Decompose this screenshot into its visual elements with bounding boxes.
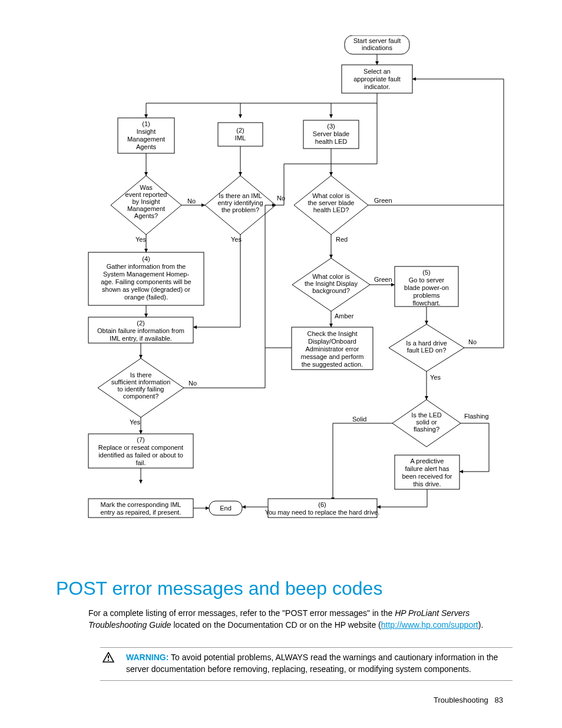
svg-text:What color is: What color is [312, 273, 350, 280]
svg-text:failure alert has: failure alert has [405, 465, 449, 472]
decision-solid-flashing: Is the LED solid or flashing? [392, 400, 461, 447]
support-link[interactable]: http://www.hp.com/support [381, 620, 478, 630]
warning-icon [100, 651, 126, 676]
page-footer: Troubleshooting 83 [434, 696, 503, 704]
svg-text:Is there: Is there [130, 371, 152, 378]
svg-text:health LED: health LED [315, 138, 347, 145]
flowchart: .box { fill:#fff; stroke:#000; stroke-wi… [59, 35, 513, 566]
svg-text:You may need to replace the ha: You may need to replace the hard drive. [265, 509, 380, 516]
svg-text:Management: Management [127, 136, 165, 143]
svg-text:background?: background? [312, 287, 350, 294]
svg-text:health LED?: health LED? [313, 206, 349, 213]
body-mid: located on the Documentation CD or on th… [171, 620, 381, 630]
svg-text:Solid: Solid [352, 416, 366, 423]
node-5: (5) Go to server blade power-on problems… [395, 266, 458, 307]
warning-label: WARNING: [126, 653, 168, 662]
decision-event-reported: Was event reported by Insight Management… [111, 176, 181, 235]
svg-text:blade power-on: blade power-on [404, 284, 449, 291]
svg-text:Administrator error: Administrator error [305, 345, 359, 353]
node-check-insight: Check the Insight Display/Onboard Admini… [292, 327, 373, 370]
svg-text:age. Failing components will b: age. Failing components will be [101, 278, 191, 285]
node-start: Start server fault indications [345, 35, 409, 54]
svg-text:indications: indications [362, 44, 392, 51]
svg-text:Display/Onboard: Display/Onboard [308, 338, 356, 345]
decision-insight-bg: What color is the Insight Display backgr… [292, 258, 370, 311]
svg-text:(4): (4) [142, 255, 150, 262]
svg-text:Go to server: Go to server [409, 276, 445, 284]
decision-sufficient-info: Is there sufficient information to ident… [98, 358, 184, 417]
section-heading: POST error messages and beep codes [56, 578, 382, 599]
svg-text:appropriate fault: appropriate fault [353, 75, 401, 83]
svg-text:indicator.: indicator. [364, 83, 390, 90]
node-predictive: A predictive failure alert has been rece… [395, 455, 459, 489]
svg-text:by Insight: by Insight [132, 198, 160, 205]
svg-text:No: No [468, 338, 477, 345]
footer-page-number: 83 [495, 696, 503, 704]
svg-text:been received for: been received for [402, 473, 452, 480]
svg-text:Replace or reseat component: Replace or reseat component [98, 444, 183, 451]
svg-text:fail.: fail. [135, 459, 146, 466]
svg-text:(5): (5) [422, 269, 430, 276]
svg-text:No: No [187, 197, 196, 205]
svg-text:Gather information from the: Gather information from the [107, 263, 186, 270]
svg-text:event reported: event reported [125, 191, 167, 198]
svg-text:No: No [189, 380, 197, 387]
svg-text:End: End [220, 505, 232, 512]
svg-text:(3): (3) [327, 123, 335, 130]
svg-text:the server blade: the server blade [308, 199, 355, 206]
svg-text:Insight: Insight [137, 128, 156, 135]
svg-text:Agents: Agents [136, 143, 157, 150]
svg-text:the problem?: the problem? [222, 206, 259, 213]
body-post: ). [478, 620, 484, 630]
svg-text:Is the LED: Is the LED [411, 411, 441, 419]
svg-text:component?: component? [123, 393, 159, 400]
svg-text:Obtain failure information fro: Obtain failure information from [97, 327, 184, 334]
svg-text:the Insight Display: the Insight Display [305, 280, 358, 287]
svg-text:Yes: Yes [430, 374, 441, 381]
svg-text:(7): (7) [137, 436, 144, 443]
svg-text:Green: Green [374, 276, 392, 283]
body-paragraph: For a complete listing of error messages… [88, 607, 501, 631]
svg-text:entry identifying: entry identifying [217, 199, 263, 206]
svg-text:to identify failing: to identify failing [118, 386, 164, 393]
svg-text:Amber: Amber [335, 312, 354, 319]
node-6: (6) You may need to replace the hard dri… [265, 499, 380, 518]
footer-section: Troubleshooting [434, 696, 488, 704]
svg-text:(6): (6) [318, 501, 326, 508]
svg-text:Flashing: Flashing [464, 413, 489, 420]
warning-text: To avoid potential problems, ALWAYS read… [126, 653, 498, 674]
svg-text:Yes: Yes [135, 236, 146, 243]
svg-text:Check the Insight: Check the Insight [308, 330, 358, 337]
body-pre: For a complete listing of error messages… [88, 608, 395, 618]
svg-text:Management: Management [127, 205, 165, 212]
decision-hd-led: Is a hard drive fault LED on? [389, 324, 464, 371]
svg-text:Is a hard drive: Is a hard drive [406, 340, 447, 347]
svg-text:System Management Homep-: System Management Homep- [103, 271, 189, 278]
node-3: (3) Server blade health LED [303, 120, 359, 149]
svg-text:IML entry, if available.: IML entry, if available. [110, 335, 172, 342]
svg-text:Is there an IML: Is there an IML [219, 192, 262, 199]
svg-text:Start server fault: Start server fault [353, 37, 401, 44]
svg-text:A predictive: A predictive [411, 457, 444, 465]
svg-text:(2): (2) [137, 319, 144, 327]
node-4: (4) Gather information from the System M… [88, 252, 204, 305]
svg-text:shown as yellow (degraded) or: shown as yellow (degraded) or [102, 286, 190, 293]
svg-text:Was: Was [140, 184, 153, 191]
svg-rect-104 [108, 655, 109, 658]
svg-text:flowchart.: flowchart. [412, 299, 440, 307]
page: .box { fill:#fff; stroke:#000; stroke-wi… [0, 0, 562, 728]
svg-text:Select an: Select an [363, 68, 391, 75]
svg-text:Yes: Yes [130, 419, 140, 426]
svg-text:Server blade: Server blade [313, 130, 349, 137]
svg-text:Green: Green [374, 197, 392, 204]
node-7: (7) Replace or reseat component identifi… [88, 434, 193, 468]
svg-text:solid or: solid or [416, 419, 437, 426]
svg-text:sufficient information: sufficient information [111, 378, 171, 386]
node-end: End [209, 501, 242, 515]
svg-text:flashing?: flashing? [414, 426, 439, 433]
svg-text:message and perform: message and perform [301, 353, 364, 360]
svg-text:IML: IML [235, 134, 246, 141]
svg-text:orange (failed).: orange (failed). [124, 294, 168, 301]
node-2b: (2) Obtain failure information from IML … [88, 317, 193, 343]
svg-text:Mark the corresponding IML: Mark the corresponding IML [101, 501, 181, 508]
